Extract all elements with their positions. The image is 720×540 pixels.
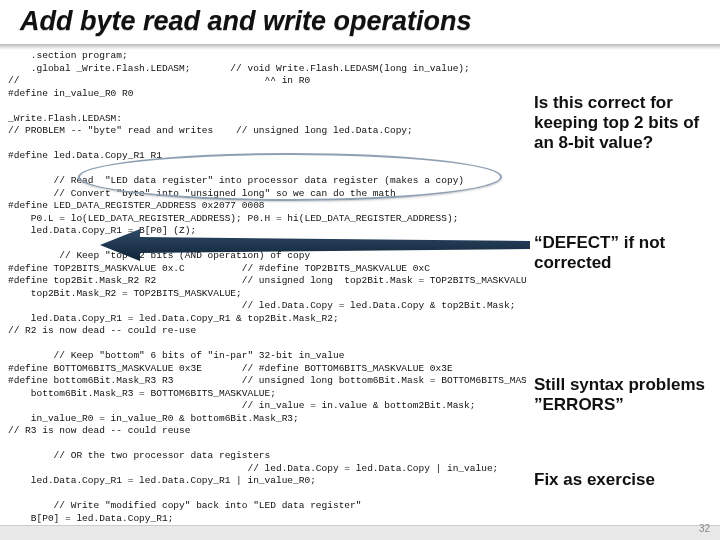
highlight-ellipse [78,153,502,201]
defect-arrow [100,225,530,265]
footer-bar [0,525,720,540]
annotation-fix: Fix as exercise [534,470,712,490]
page-number: 32 [699,523,710,534]
annotation-question: Is this correct for keeping top 2 bits o… [534,93,712,153]
annotations: Is this correct for keeping top 2 bits o… [534,55,712,525]
annotation-errors: Still syntax problems ”ERRORS” [534,375,712,415]
slide: Add byte read and write operations .sect… [0,0,720,540]
code-block: .section program; .global _Write.Flash.L… [8,50,526,528]
slide-title: Add byte read and write operations [0,0,720,41]
svg-marker-0 [100,229,530,261]
annotation-defect: “DEFECT” if not corrected [534,233,712,273]
